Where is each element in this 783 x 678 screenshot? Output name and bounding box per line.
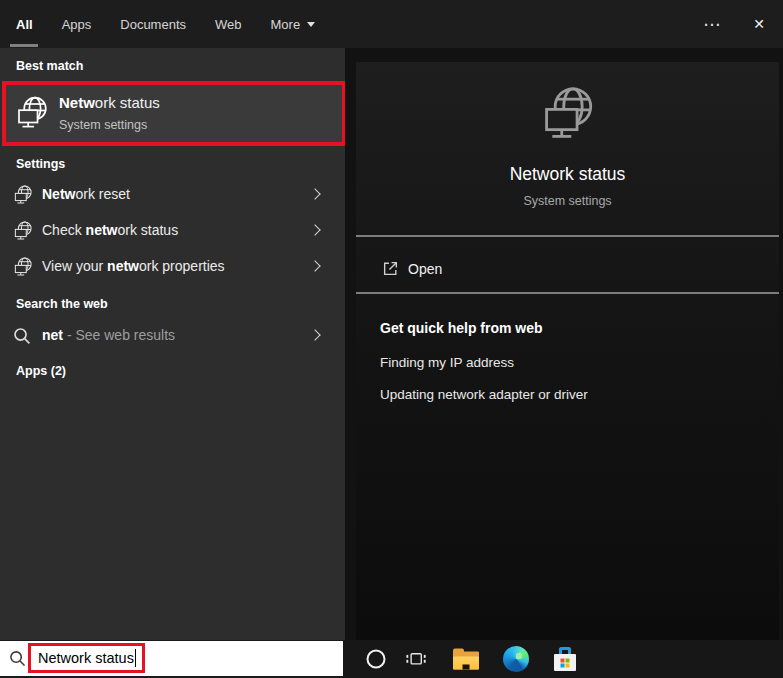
tab-all[interactable]: All bbox=[16, 0, 33, 48]
divider bbox=[356, 292, 779, 294]
filter-tabs: All Apps Documents Web More bbox=[16, 0, 315, 48]
preview-panel: Network status System settings Open Get … bbox=[345, 48, 783, 640]
ellipsis-icon[interactable]: ⋯ bbox=[699, 16, 725, 33]
divider bbox=[356, 235, 779, 237]
cortana-circle-icon[interactable] bbox=[367, 650, 386, 669]
open-action[interactable]: Open bbox=[356, 248, 779, 290]
preview-card: Network status System settings Open Get … bbox=[356, 62, 779, 640]
text-cursor bbox=[135, 649, 137, 667]
open-external-icon bbox=[382, 260, 399, 277]
search-icon bbox=[13, 327, 31, 345]
taskbar-search-box[interactable]: Network status bbox=[0, 641, 343, 676]
result-network-reset[interactable]: Network reset bbox=[0, 177, 345, 213]
preview-title: Network status bbox=[356, 164, 779, 185]
tab-more[interactable]: More bbox=[271, 0, 316, 48]
tab-documents[interactable]: Documents bbox=[120, 0, 186, 48]
search-filter-bar: All Apps Documents Web More ⋯ ✕ bbox=[0, 0, 783, 48]
search-web-header: Search the web bbox=[16, 297, 108, 311]
tab-apps[interactable]: Apps bbox=[62, 0, 92, 48]
topbar-actions: ⋯ ✕ bbox=[699, 0, 769, 48]
microsoft-logo bbox=[561, 658, 570, 667]
task-view-icon[interactable] bbox=[403, 646, 429, 672]
result-check-network-status[interactable]: Check network status bbox=[0, 213, 345, 249]
preview-subtitle: System settings bbox=[356, 194, 779, 208]
help-link-ip-address[interactable]: Finding my IP address bbox=[380, 355, 514, 370]
more-caret-icon bbox=[307, 22, 315, 27]
result-web-net[interactable]: net - See web results bbox=[0, 318, 345, 354]
network-globe-monitor-icon bbox=[15, 96, 49, 130]
best-match-header: Best match bbox=[16, 59, 83, 73]
network-globe-monitor-icon bbox=[540, 86, 596, 142]
quick-help-header: Get quick help from web bbox=[380, 320, 543, 336]
file-explorer-icon[interactable] bbox=[453, 649, 479, 670]
search-results-panel: Best match .mfill{fill:var(--mfill,#2d2d… bbox=[0, 48, 345, 640]
result-view-network-properties[interactable]: View your network properties bbox=[0, 249, 345, 285]
taskbar bbox=[343, 640, 783, 678]
best-match-result-network-status[interactable]: .mfill{fill:var(--mfill,#2d2d2d);} Netwo… bbox=[2, 81, 346, 146]
network-globe-monitor-icon bbox=[13, 185, 33, 205]
apps-header: Apps (2) bbox=[16, 364, 66, 378]
chevron-right-icon[interactable] bbox=[309, 224, 320, 235]
search-input[interactable]: Network status bbox=[28, 643, 145, 673]
network-globe-monitor-icon bbox=[13, 257, 33, 277]
search-input-value: Network status bbox=[38, 650, 134, 666]
chevron-right-icon[interactable] bbox=[309, 329, 320, 340]
chevron-right-icon[interactable] bbox=[309, 188, 320, 199]
best-match-title: Network status bbox=[59, 94, 160, 111]
close-icon[interactable]: ✕ bbox=[749, 16, 769, 32]
best-match-subtitle: System settings bbox=[59, 118, 147, 132]
help-link-network-adapter[interactable]: Updating network adapter or driver bbox=[380, 387, 588, 402]
edge-browser-icon[interactable] bbox=[503, 646, 529, 672]
search-icon bbox=[9, 650, 26, 667]
microsoft-store-icon[interactable] bbox=[553, 647, 577, 671]
network-globe-monitor-icon bbox=[13, 221, 33, 241]
tab-web[interactable]: Web bbox=[215, 0, 242, 48]
windows-search-flyout: All Apps Documents Web More ⋯ ✕ Best mat… bbox=[0, 0, 783, 678]
chevron-right-icon[interactable] bbox=[309, 260, 320, 271]
open-label: Open bbox=[408, 261, 442, 277]
settings-header: Settings bbox=[16, 157, 65, 171]
